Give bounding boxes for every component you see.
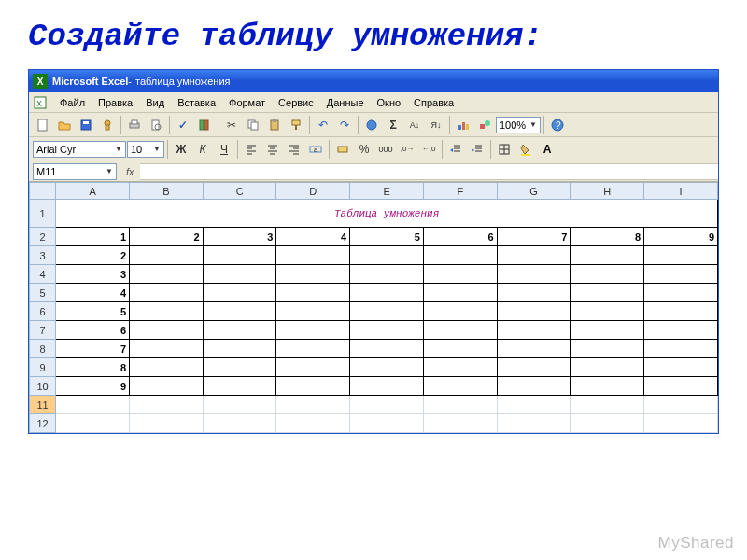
cell-E11[interactable] [350,396,424,414]
col-head-D[interactable]: D [276,183,350,200]
cell-H2[interactable]: 8 [571,228,644,246]
cell-B7[interactable] [130,321,204,340]
format-painter-icon[interactable] [286,115,306,135]
col-head-I[interactable]: I [644,183,718,200]
cell-E12[interactable] [350,414,424,433]
percent-icon[interactable]: % [354,139,374,160]
row-head-7[interactable]: 7 [30,321,56,340]
cell-E10[interactable] [350,377,424,396]
cell-G8[interactable] [497,340,571,358]
row-head-8[interactable]: 8 [30,340,56,358]
cell-I12[interactable] [644,414,718,433]
col-head-C[interactable]: C [203,183,276,200]
spelling-icon[interactable]: ✓ [173,115,193,135]
row-head-4[interactable]: 4 [30,265,56,284]
cell-C6[interactable] [203,302,276,321]
cell-A5[interactable]: 4 [56,284,130,302]
align-center-icon[interactable] [262,139,283,160]
cell-G10[interactable] [497,377,571,396]
font-color-icon[interactable]: А [537,139,557,160]
cell-H9[interactable] [571,358,644,377]
cell-C7[interactable] [203,321,276,340]
cell-I8[interactable] [644,340,718,358]
cell-A9[interactable]: 8 [56,358,130,377]
cell-C4[interactable] [203,265,276,284]
sort-asc-icon[interactable]: А↓ [404,115,425,135]
borders-icon[interactable] [494,139,514,160]
row-head-1[interactable]: 1 [30,200,56,228]
increase-decimal-icon[interactable]: ,0→ [397,139,417,160]
name-box[interactable]: M11 ▼ [33,163,117,180]
cell-E5[interactable] [350,284,424,302]
cell-A2[interactable]: 1 [56,228,130,246]
cell-A3[interactable]: 2 [56,246,130,265]
cell-C12[interactable] [203,414,276,433]
cell-C11[interactable] [203,396,276,414]
menu-data[interactable]: Данные [320,95,371,110]
cell-B4[interactable] [130,265,204,284]
drawing-icon[interactable] [474,115,495,135]
col-head-B[interactable]: B [130,183,204,200]
row-head-6[interactable]: 6 [30,302,56,321]
row-head-9[interactable]: 9 [30,358,56,377]
cell-D4[interactable] [276,265,350,284]
menu-tools[interactable]: Сервис [272,95,320,110]
cell-E6[interactable] [350,302,424,321]
formula-input[interactable] [140,163,718,180]
cell-C5[interactable] [203,284,276,302]
cell-I4[interactable] [644,265,718,284]
cell-H11[interactable] [571,396,644,414]
col-head-H[interactable]: H [571,183,644,200]
cell-A12[interactable] [56,414,130,433]
hyperlink-icon[interactable] [361,115,382,135]
menu-format[interactable]: Формат [222,95,272,110]
cell-C3[interactable] [203,246,276,265]
cell-F3[interactable] [423,246,497,265]
font-select[interactable]: Arial Cyr▼ [33,141,126,158]
menu-edit[interactable]: Правка [92,95,139,110]
undo-icon[interactable]: ↶ [313,115,333,135]
row-head-5[interactable]: 5 [30,284,56,302]
cell-F7[interactable] [423,321,497,340]
bold-button[interactable]: Ж [171,139,191,160]
cell-B12[interactable] [130,414,204,433]
row-head-11[interactable]: 11 [30,396,56,414]
cut-icon[interactable]: ✂ [221,115,242,135]
open-icon[interactable] [54,115,75,135]
menu-file[interactable]: Файл [53,95,92,110]
underline-button[interactable]: Ч [214,139,234,160]
cell-I3[interactable] [644,246,718,265]
cell-A6[interactable]: 5 [56,302,130,321]
copy-icon[interactable] [243,115,263,135]
cell-H4[interactable] [571,265,644,284]
cell-D8[interactable] [276,340,350,358]
cell-H5[interactable] [571,284,644,302]
row-head-2[interactable]: 2 [30,228,56,246]
cell-C8[interactable] [203,340,276,358]
cell-I9[interactable] [644,358,718,377]
col-head-E[interactable]: E [350,183,424,200]
cell-G6[interactable] [497,302,571,321]
cell-H8[interactable] [571,340,644,358]
cell-F6[interactable] [423,302,497,321]
cell-F11[interactable] [423,396,497,414]
menu-window[interactable]: Окно [371,95,408,110]
sort-desc-icon[interactable]: Я↓ [426,115,446,135]
cell-C10[interactable] [203,377,276,396]
help-icon[interactable]: ? [547,115,568,135]
cell-F5[interactable] [423,284,497,302]
cell-G4[interactable] [497,265,571,284]
autosum-icon[interactable]: Σ [383,115,403,135]
cell-E7[interactable] [350,321,424,340]
cell-E9[interactable] [350,358,424,377]
cell-B2[interactable]: 2 [130,228,204,246]
cell-G3[interactable] [497,246,571,265]
cell-E3[interactable] [350,246,424,265]
cell-G5[interactable] [497,284,571,302]
decrease-indent-icon[interactable] [445,139,466,160]
cell-A11[interactable] [56,396,130,414]
cell-D12[interactable] [276,414,350,433]
cell-H12[interactable] [571,414,644,433]
cell-D3[interactable] [276,246,350,265]
cell-I7[interactable] [644,321,718,340]
